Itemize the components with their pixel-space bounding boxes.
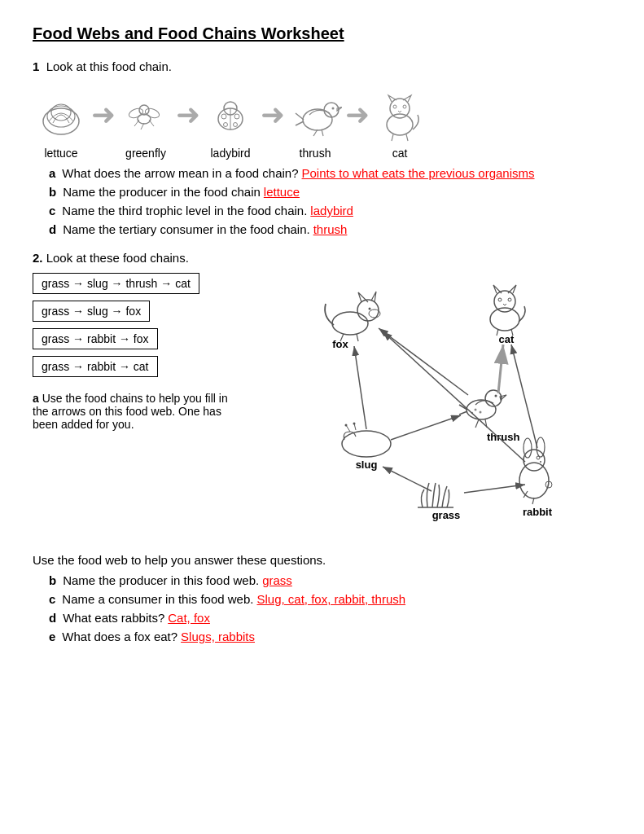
sq1d: d Name the tertiary consumer in the food… bbox=[49, 222, 611, 236]
sq1c: c Name the third trophic level in the fo… bbox=[49, 204, 611, 217]
chain-box-2: grass → slug → fox bbox=[33, 301, 150, 322]
organism-ladybird: ladybird bbox=[202, 86, 259, 160]
svg-point-14 bbox=[234, 114, 239, 119]
sq2b: b Name the producer in this food web. gr… bbox=[49, 573, 611, 587]
svg-point-13 bbox=[221, 114, 226, 119]
web-note: Use the food web to help you answer thes… bbox=[33, 553, 611, 567]
svg-point-25 bbox=[403, 105, 406, 108]
sq1b: b Name the producer in the food chain le… bbox=[49, 185, 611, 199]
svg-point-31 bbox=[369, 308, 371, 310]
sq2c: c Name a consumer in this food web. Slug… bbox=[49, 592, 611, 606]
organism-cat: cat bbox=[371, 86, 428, 160]
svg-point-42 bbox=[495, 395, 497, 397]
sq2d: d What eats rabbits? Cat, fox bbox=[49, 611, 611, 625]
arrow2: ➜ bbox=[174, 98, 202, 148]
rabbit-label: rabbit bbox=[523, 506, 553, 518]
svg-point-19 bbox=[331, 107, 334, 109]
section2-layout: grass → slug → thrush → cat grass → slug… bbox=[33, 273, 611, 550]
svg-point-34 bbox=[490, 308, 519, 331]
arrow1: ➜ bbox=[90, 98, 117, 148]
food-web-diagram: fox cat bbox=[293, 273, 611, 550]
svg-line-66 bbox=[354, 346, 366, 429]
svg-line-7 bbox=[134, 120, 139, 126]
svg-line-67 bbox=[379, 328, 468, 395]
svg-line-64 bbox=[464, 485, 525, 493]
section1: 1 Look at this food chain. lettuce ➜ bbox=[33, 59, 611, 236]
svg-line-9 bbox=[149, 120, 154, 126]
svg-point-24 bbox=[393, 105, 396, 108]
svg-line-65 bbox=[391, 415, 461, 440]
cat-label: cat bbox=[499, 333, 515, 345]
svg-point-15 bbox=[224, 123, 228, 127]
food-web-svg: fox cat bbox=[293, 273, 586, 550]
fox-label: fox bbox=[332, 338, 348, 350]
section2: 2. Look at these food chains. grass → sl… bbox=[33, 251, 611, 643]
chain-box-1: grass → slug → thrush → cat bbox=[33, 273, 199, 294]
chain-box-4: grass → rabbit → cat bbox=[33, 356, 158, 377]
grass-label: grass bbox=[432, 509, 461, 521]
sq2e: e What does a fox eat? Slugs, rabbits bbox=[49, 630, 611, 643]
svg-point-1 bbox=[47, 106, 75, 127]
svg-point-23 bbox=[390, 99, 410, 118]
svg-point-59 bbox=[540, 461, 541, 463]
svg-point-45 bbox=[475, 409, 477, 411]
svg-point-28 bbox=[332, 312, 368, 335]
chain-box-3: grass → rabbit → fox bbox=[33, 328, 158, 349]
svg-point-22 bbox=[387, 114, 413, 135]
svg-point-56 bbox=[524, 438, 532, 458]
svg-point-40 bbox=[467, 400, 496, 419]
svg-point-37 bbox=[508, 298, 511, 301]
organism-lettuce: lettuce bbox=[33, 86, 90, 160]
svg-point-2 bbox=[51, 104, 71, 121]
food-chains-left: grass → slug → thrush → cat grass → slug… bbox=[33, 273, 277, 550]
svg-point-5 bbox=[128, 107, 144, 120]
page-title: Food Webs and Food Chains Worksheet bbox=[33, 24, 611, 43]
svg-line-43 bbox=[475, 419, 479, 428]
svg-point-4 bbox=[139, 105, 149, 115]
organism-greenfly: greenfly bbox=[117, 86, 174, 160]
svg-line-63 bbox=[383, 467, 432, 491]
svg-point-35 bbox=[494, 291, 515, 312]
svg-line-33 bbox=[357, 334, 358, 341]
svg-point-46 bbox=[480, 411, 482, 414]
svg-point-58 bbox=[537, 456, 540, 459]
section1-intro: 1 Look at this food chain. bbox=[33, 59, 611, 73]
organism-thrush: thrush bbox=[287, 86, 344, 160]
svg-line-27 bbox=[406, 134, 408, 141]
sq1a: a What does the arrow mean in a food cha… bbox=[49, 166, 611, 180]
svg-line-26 bbox=[392, 134, 393, 141]
svg-point-3 bbox=[138, 114, 151, 124]
svg-point-48 bbox=[342, 431, 391, 457]
section2-answers: b Name the producer in this food web. gr… bbox=[33, 573, 611, 643]
arrow4: ➜ bbox=[344, 98, 371, 148]
svg-point-36 bbox=[498, 298, 502, 301]
svg-point-55 bbox=[524, 450, 545, 471]
svg-point-54 bbox=[519, 463, 549, 498]
section2-intro: 2. Look at these food chains. bbox=[33, 251, 611, 265]
svg-point-52 bbox=[353, 423, 356, 425]
slug-label: slug bbox=[356, 459, 378, 471]
svg-line-21 bbox=[322, 129, 323, 136]
svg-line-68 bbox=[498, 345, 503, 393]
food-chain-diagram: lettuce ➜ greenfly bbox=[33, 86, 611, 160]
arrow3: ➜ bbox=[259, 98, 287, 148]
part-a-text: a Use the food chains to help you fill i… bbox=[33, 392, 244, 431]
svg-point-6 bbox=[144, 107, 160, 120]
svg-point-51 bbox=[345, 424, 348, 427]
svg-point-16 bbox=[234, 123, 238, 127]
